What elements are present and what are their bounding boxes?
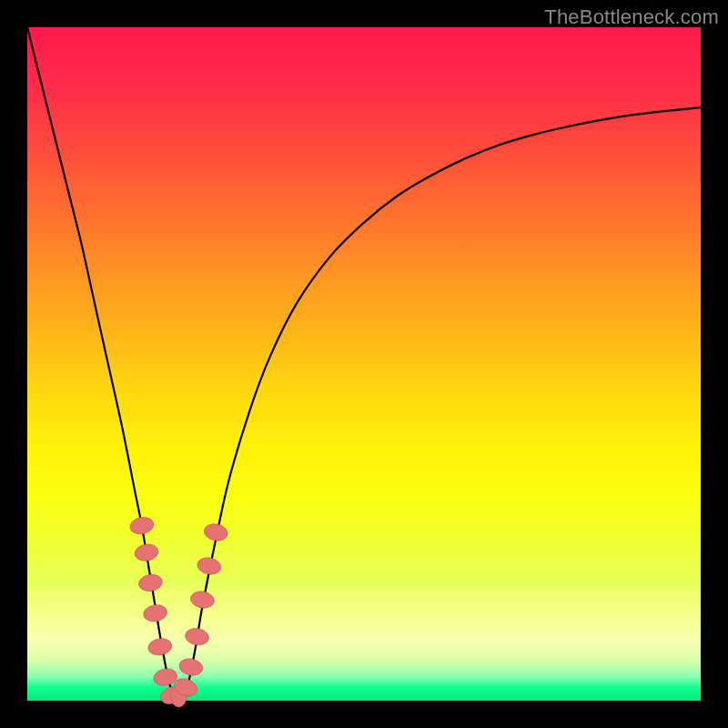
marker-point [203, 522, 229, 543]
marker-point [147, 637, 173, 657]
marker-point [134, 542, 160, 562]
marker-point [184, 627, 210, 647]
chart-container: TheBottleneck.com [0, 0, 728, 728]
marker-point [177, 657, 204, 678]
plot-area [27, 27, 701, 701]
marker-point [142, 603, 168, 623]
bottleneck-curve [27, 27, 701, 703]
watermark-text: TheBottleneck.com [544, 5, 719, 29]
curve-svg [27, 27, 701, 701]
marker-point [196, 556, 222, 577]
marker-point [189, 590, 216, 610]
marker-point [128, 515, 155, 536]
marker-point [137, 572, 164, 592]
